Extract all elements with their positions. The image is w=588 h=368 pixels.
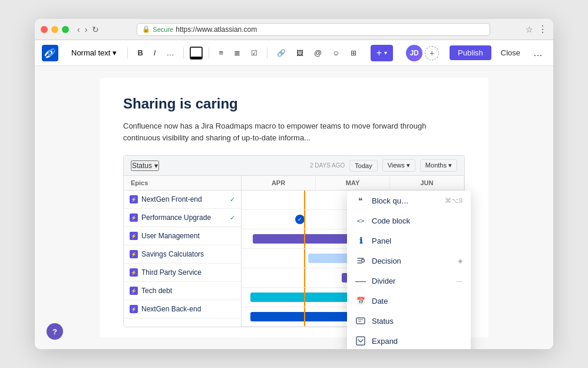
browser-window: ‹ › ↻ 🔒 Secure https://www.atlassian.com… — [35, 19, 553, 349]
browser-more-icon[interactable]: ⋮ — [538, 24, 547, 35]
roadmap-controls: 2 DAYS AGO Today Views ▾ Months ▾ — [310, 159, 457, 172]
address-bar[interactable]: 🔒 Secure https://www.atlassian.com — [137, 23, 490, 36]
code-block-icon: <> — [355, 215, 366, 226]
dropdown-item-panel[interactable]: ℹ Panel — [347, 231, 471, 251]
back-button[interactable]: ‹ — [75, 24, 82, 35]
epic-name: User Management — [141, 232, 235, 240]
today-line — [304, 307, 305, 326]
italic-button[interactable]: I — [150, 46, 160, 60]
dropdown-item-expand[interactable]: Expand — [347, 331, 471, 349]
today-button[interactable]: Today — [349, 160, 377, 172]
today-line — [304, 229, 305, 248]
close-editor-button[interactable]: Close — [495, 45, 526, 60]
refresh-button[interactable]: ↻ — [90, 24, 101, 35]
publish-button[interactable]: Publish — [450, 45, 491, 60]
block-quote-icon: ❝ — [355, 195, 366, 206]
table-row: Savings Calculators — [124, 245, 241, 264]
text-style-button[interactable]: Normal text ▾ — [67, 46, 121, 60]
epic-name: Performance Upgrade — [141, 213, 226, 222]
bold-button[interactable]: B — [134, 46, 146, 60]
help-icon: ? — [52, 327, 57, 336]
today-line — [304, 288, 305, 307]
insert-plus-button[interactable]: + ▾ — [371, 45, 393, 61]
close-traffic-light[interactable] — [41, 26, 48, 33]
decision-shortcut: ◈ — [458, 257, 463, 265]
check-icon: ✓ — [230, 214, 235, 222]
epic-name: NextGen Back-end — [141, 305, 235, 313]
expand-label: Expand — [372, 337, 463, 346]
status-filter-button[interactable]: Status ▾ — [131, 160, 159, 171]
status-filter-label: Status — [132, 162, 152, 170]
color-picker-button[interactable] — [190, 47, 203, 60]
months-button[interactable]: Months ▾ — [420, 159, 457, 172]
star-icon[interactable]: ☆ — [526, 25, 533, 34]
toolbar-separator-1 — [127, 47, 128, 59]
table-row: Performance Upgrade ✓ — [124, 209, 241, 227]
mention-button[interactable]: @ — [310, 46, 325, 60]
roadmap-header: Status ▾ 2 DAYS AGO Today Views ▾ — [124, 156, 464, 176]
epic-name: Third Party Service — [141, 268, 235, 277]
svg-rect-2 — [356, 318, 365, 324]
add-collaborator-button[interactable]: + — [425, 46, 439, 60]
timeline-months: APR MAY JUN — [242, 176, 464, 190]
emoji-button[interactable]: ☺ — [329, 47, 343, 60]
table-button[interactable]: ⊞ — [347, 47, 360, 60]
check-icon: ✓ — [230, 196, 235, 203]
dropdown-item-divider[interactable]: — Divider --- — [347, 271, 471, 291]
epic-icon — [130, 195, 138, 203]
code-block-label: Code block — [372, 216, 463, 225]
toolbar-separator-2 — [183, 47, 184, 59]
more-format-button[interactable]: … — [163, 46, 177, 60]
editor-page: Sharing is caring Confluence now has a J… — [100, 78, 488, 337]
table-row: NextGen Back-end — [124, 300, 241, 318]
epic-icon — [130, 268, 138, 277]
epic-icon — [130, 232, 138, 240]
dropdown-item-decision[interactable]: Decision ◈ — [347, 251, 471, 271]
dropdown-item-status[interactable]: Status — [347, 311, 471, 331]
page-title: Sharing is caring — [123, 96, 465, 112]
status-label: Status — [372, 317, 463, 326]
epic-icon — [130, 305, 138, 313]
dropdown-item-code-block[interactable]: <> Code block — [347, 211, 471, 231]
editor-content: Sharing is caring Confluence now has a J… — [35, 66, 553, 349]
lock-icon: 🔒 — [142, 25, 150, 33]
help-button[interactable]: ? — [47, 323, 63, 340]
roadmap-wrapper: Status ▾ 2 DAYS AGO Today Views ▾ — [123, 155, 465, 327]
today-line — [304, 190, 305, 209]
today-line — [304, 268, 305, 287]
image-button[interactable]: 🖼 — [293, 47, 307, 60]
panel-label: Panel — [372, 236, 463, 245]
numbered-list-button[interactable]: ≣ — [230, 46, 244, 60]
table-row: Third Party Service — [124, 264, 241, 282]
epic-icon — [130, 287, 138, 295]
secure-label: Secure — [153, 26, 173, 33]
table-row: User Management — [124, 227, 241, 245]
divider-shortcut: --- — [456, 277, 463, 284]
avatar-area: JD + — [406, 45, 439, 61]
dropdown-item-date[interactable]: 📅 Date — [347, 291, 471, 311]
plus-icon: + — [376, 48, 382, 58]
month-header-jun: JUN — [390, 176, 464, 190]
forward-button[interactable]: › — [82, 24, 90, 35]
epic-icon — [130, 213, 138, 222]
traffic-lights — [41, 26, 69, 33]
confluence-logo — [42, 45, 58, 61]
dropdown-item-block-quote[interactable]: ❝ Block qu… ⌘⌥9 — [347, 190, 471, 211]
month-header-may: MAY — [316, 176, 390, 190]
bullet-list-button[interactable]: ≡ — [215, 46, 227, 60]
decision-icon — [355, 255, 366, 266]
maximize-traffic-light[interactable] — [62, 26, 69, 33]
table-row: Tech debt — [124, 282, 241, 300]
divider-icon: — — [355, 275, 366, 286]
link-button[interactable]: 🔗 — [273, 47, 289, 60]
expand-icon — [355, 336, 366, 346]
editor-more-button[interactable]: … — [530, 46, 546, 60]
views-button[interactable]: Views ▾ — [382, 159, 415, 172]
divider-label: Divider — [372, 277, 450, 285]
task-list-button[interactable]: ☑ — [247, 47, 261, 60]
epic-name: NextGen Front-end — [141, 195, 226, 203]
svg-rect-5 — [356, 337, 365, 345]
milestone-marker: ✓ — [295, 215, 305, 224]
panel-icon: ℹ — [355, 235, 366, 246]
minimize-traffic-light[interactable] — [51, 26, 58, 33]
